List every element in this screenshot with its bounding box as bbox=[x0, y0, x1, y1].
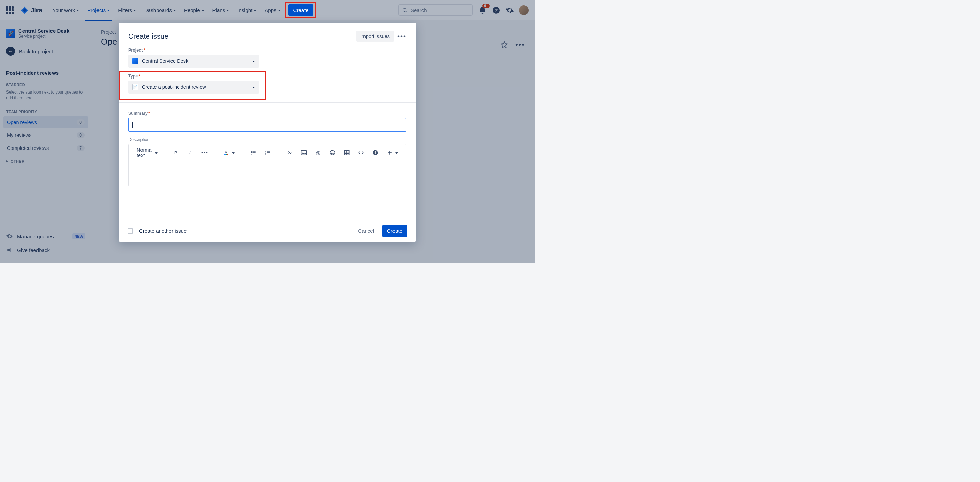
chevron-down-icon bbox=[232, 152, 235, 154]
svg-text:@: @ bbox=[316, 150, 321, 155]
highlight-create-annotation: Create bbox=[285, 2, 317, 18]
project-select[interactable]: Central Service Desk bbox=[128, 54, 259, 68]
svg-rect-21 bbox=[267, 153, 270, 154]
text-cursor bbox=[132, 122, 133, 128]
more-format-icon[interactable]: ••• bbox=[200, 148, 209, 157]
chevron-down-icon bbox=[155, 152, 158, 154]
svg-point-34 bbox=[375, 151, 376, 152]
svg-text:A: A bbox=[225, 150, 228, 154]
summary-input[interactable] bbox=[128, 118, 406, 132]
image-icon[interactable] bbox=[299, 148, 309, 157]
chevron-down-icon bbox=[252, 87, 255, 88]
chevron-down-icon bbox=[252, 61, 255, 62]
bullet-list-icon[interactable] bbox=[248, 148, 258, 157]
summary-field: Summary* bbox=[128, 111, 406, 132]
svg-rect-15 bbox=[252, 153, 255, 154]
label-text: Summary bbox=[128, 111, 148, 116]
type-field: Type* 📄 Create a post-incident review bbox=[125, 72, 410, 99]
svg-rect-17 bbox=[267, 151, 270, 152]
chevron-down-icon bbox=[395, 152, 398, 154]
svg-rect-11 bbox=[252, 151, 255, 152]
svg-point-14 bbox=[251, 153, 252, 155]
svg-point-10 bbox=[251, 151, 252, 152]
pir-type-icon: 📄 bbox=[132, 84, 138, 90]
project-field-label: Project* bbox=[128, 48, 406, 53]
text-color-icon[interactable]: A bbox=[222, 148, 236, 157]
text-style-dropdown[interactable]: Normal text bbox=[135, 146, 159, 160]
import-issues-button[interactable]: Import issues bbox=[356, 31, 394, 41]
label-text: Project bbox=[128, 48, 143, 53]
modal-title: Create issue bbox=[128, 32, 169, 40]
svg-point-26 bbox=[331, 152, 332, 153]
project-select-value: Central Service Desk bbox=[142, 58, 188, 64]
modal-more-icon[interactable]: ••• bbox=[397, 32, 406, 40]
info-icon[interactable] bbox=[371, 148, 380, 157]
text-style-label: Normal text bbox=[137, 147, 153, 158]
type-select-value: Create a post-incident review bbox=[142, 84, 206, 90]
description-field-label: Description bbox=[128, 137, 406, 142]
create-another-checkbox[interactable] bbox=[127, 228, 133, 234]
code-icon[interactable] bbox=[356, 148, 366, 157]
editor-toolbar: Normal text B I ••• A 123 bbox=[129, 144, 406, 161]
submit-create-button[interactable]: Create bbox=[382, 225, 407, 237]
type-field-label: Type* bbox=[128, 74, 406, 78]
create-issue-modal: Create issue Import issues ••• Project* … bbox=[119, 22, 416, 242]
svg-point-12 bbox=[251, 152, 252, 153]
svg-rect-33 bbox=[375, 152, 376, 154]
label-text: Type bbox=[128, 74, 138, 78]
svg-rect-9 bbox=[226, 154, 227, 155]
description-editor[interactable]: Normal text B I ••• A 123 bbox=[128, 144, 406, 187]
mention-icon[interactable]: @ bbox=[313, 148, 323, 157]
svg-text:B: B bbox=[174, 150, 178, 155]
italic-icon[interactable]: I bbox=[186, 148, 195, 157]
table-icon[interactable] bbox=[342, 148, 352, 157]
create-button[interactable]: Create bbox=[288, 5, 313, 16]
svg-text:3: 3 bbox=[265, 153, 266, 155]
svg-point-27 bbox=[333, 152, 334, 153]
number-list-icon[interactable]: 123 bbox=[263, 148, 272, 157]
insert-more-icon[interactable] bbox=[385, 148, 399, 157]
editor-content-area[interactable] bbox=[129, 161, 406, 186]
required-star: * bbox=[148, 111, 150, 116]
separator bbox=[119, 102, 416, 103]
required-star: * bbox=[143, 48, 145, 53]
svg-rect-8 bbox=[224, 154, 226, 155]
svg-rect-19 bbox=[267, 152, 270, 153]
svg-text:I: I bbox=[189, 150, 191, 155]
required-star: * bbox=[138, 74, 140, 78]
svg-rect-13 bbox=[252, 152, 255, 153]
description-field: Description Normal text B I ••• A bbox=[128, 137, 406, 187]
project-select-icon bbox=[132, 58, 138, 64]
type-select[interactable]: 📄 Create a post-incident review bbox=[128, 81, 259, 94]
modal-footer: Create another issue Cancel Create bbox=[119, 220, 416, 242]
svg-point-23 bbox=[302, 152, 304, 153]
create-another-label: Create another issue bbox=[139, 228, 186, 234]
svg-point-25 bbox=[330, 150, 334, 155]
link-icon[interactable] bbox=[285, 148, 294, 157]
project-field: Project* Central Service Desk bbox=[128, 48, 406, 68]
cancel-button[interactable]: Cancel bbox=[356, 225, 376, 236]
summary-field-label: Summary* bbox=[128, 111, 406, 116]
bold-icon[interactable]: B bbox=[171, 148, 181, 157]
emoji-icon[interactable] bbox=[328, 148, 337, 157]
